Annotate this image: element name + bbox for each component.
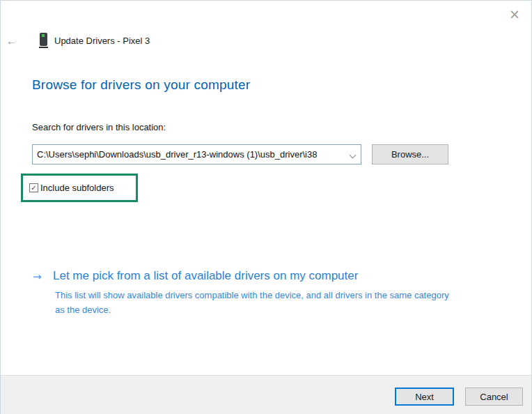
chevron-down-icon[interactable] (350, 153, 356, 158)
close-icon: × (509, 6, 520, 22)
arrow-right-icon: → (33, 270, 42, 283)
footer-bar: Next Cancel (1, 375, 531, 414)
page-title: Browse for drivers on your computer (32, 77, 250, 93)
driver-path-input[interactable] (33, 145, 347, 164)
window-title: Update Drivers - Pixel 3 (54, 36, 150, 46)
next-button[interactable]: Next (395, 388, 454, 406)
include-subfolders-highlight-box: ✓ Include subfolders (21, 174, 138, 202)
check-mark-icon: ✓ (31, 185, 36, 192)
device-icon (39, 33, 49, 48)
device-icon-light (42, 34, 45, 37)
let-me-pick-link[interactable]: Let me pick from a list of available dri… (53, 269, 358, 283)
back-arrow-icon: ← (6, 35, 17, 47)
back-button[interactable]: ← (6, 33, 22, 47)
device-icon-base (39, 47, 48, 48)
driver-path-combobox[interactable] (32, 144, 361, 164)
cancel-button[interactable]: Cancel (465, 388, 523, 406)
browse-button[interactable]: Browse... (372, 144, 448, 164)
include-subfolders-checkbox-row[interactable]: ✓ Include subfolders (29, 183, 114, 193)
update-drivers-wizard-window: × ← Update Drivers - Pixel 3 Browse for … (0, 0, 532, 414)
close-button[interactable]: × (506, 6, 523, 22)
include-subfolders-label: Include subfolders (40, 183, 114, 193)
checkbox-checked-icon[interactable]: ✓ (29, 183, 38, 192)
search-location-label: Search for drivers in this location: (32, 122, 166, 132)
let-me-pick-description: This list will show available drivers co… (55, 288, 460, 317)
